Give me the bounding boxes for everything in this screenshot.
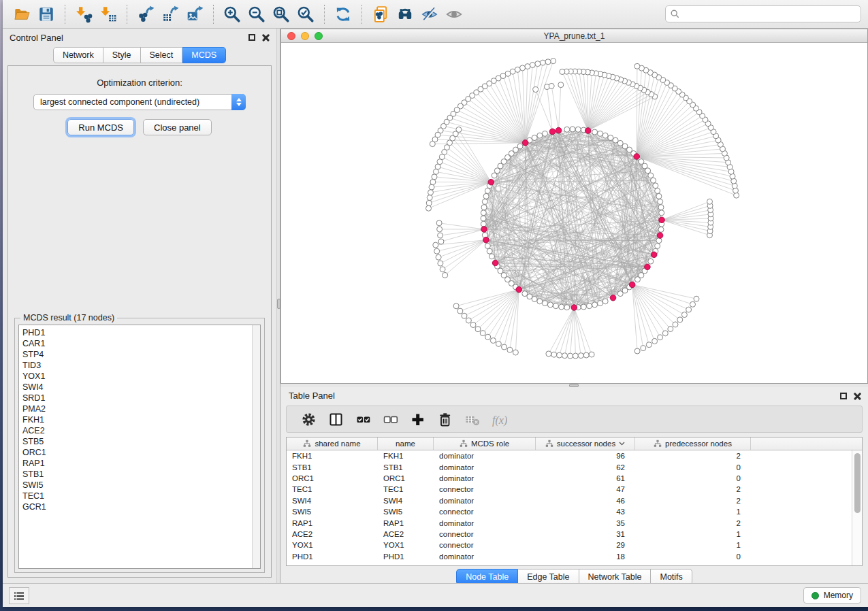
- mcds-result-list[interactable]: PHD1CAR1STP4TID3YOX1SWI4SRD1PMA2FKH1ACE2…: [18, 325, 261, 569]
- hide-selected-button[interactable]: [417, 3, 442, 26]
- table-row-SWI5[interactable]: SWI5SWI5connector431: [287, 506, 862, 517]
- network-from-selection-button[interactable]: [368, 3, 393, 26]
- column-header-name[interactable]: name: [378, 437, 434, 450]
- table-panel: Table Panel f(x) shared namenameMCDS rol…: [280, 387, 868, 583]
- tab-select[interactable]: Select: [141, 47, 183, 63]
- cell-predecessor-nodes: 0: [635, 473, 751, 484]
- column-header-successor-nodes[interactable]: successor nodes: [536, 437, 635, 450]
- cell-predecessor-nodes: 2: [635, 484, 751, 495]
- mcds-result-item[interactable]: PHD1: [22, 327, 251, 338]
- node-table: shared namenameMCDS rolesuccessor nodesp…: [286, 437, 863, 566]
- hide-selected-icon: [421, 5, 438, 23]
- optimization-criterion-label: Optimization criterion:: [8, 78, 271, 88]
- search-input[interactable]: [684, 9, 856, 20]
- save-session-button[interactable]: [34, 3, 59, 26]
- table-row-PHD1[interactable]: PHD1PHD1dominator180: [287, 551, 862, 562]
- table-row-ACE2[interactable]: ACE2ACE2connector311: [287, 529, 862, 540]
- table-scrollbar[interactable]: [852, 450, 862, 565]
- memory-button[interactable]: Memory: [803, 587, 861, 604]
- add-row-button[interactable]: [404, 408, 431, 431]
- zoom-in-icon: [223, 5, 241, 23]
- close-window-icon[interactable]: [287, 32, 295, 40]
- find-network-button[interactable]: [393, 3, 417, 26]
- export-table-button[interactable]: [158, 3, 182, 26]
- mcds-result-item[interactable]: GCR1: [22, 501, 251, 512]
- show-all-button[interactable]: [442, 3, 466, 26]
- minimize-window-icon[interactable]: [301, 32, 309, 40]
- export-image-button[interactable]: [182, 3, 207, 26]
- zoom-out-button[interactable]: [244, 3, 269, 26]
- column-header-MCDS-role[interactable]: MCDS role: [434, 437, 536, 450]
- mcds-result-item[interactable]: ORC1: [22, 447, 251, 458]
- application-window: Control Panel NetworkStyleSelectMCDS Opt…: [3, 0, 868, 607]
- maximize-window-icon[interactable]: [315, 32, 323, 40]
- mcds-result-item[interactable]: RAP1: [22, 458, 251, 469]
- cell-predecessor-nodes: 1: [635, 540, 751, 550]
- close-table-panel-icon[interactable]: [854, 392, 861, 399]
- cell-name: STB1: [378, 461, 434, 472]
- close-panel-icon[interactable]: [262, 33, 270, 41]
- mcds-result-item[interactable]: PMA2: [22, 403, 251, 414]
- refresh-view-button[interactable]: [331, 3, 355, 26]
- zoom-selected-button[interactable]: [293, 3, 318, 26]
- network-window-titlebar[interactable]: YPA_prune.txt_1: [281, 29, 867, 43]
- cell-MCDS-role: connector: [434, 484, 536, 495]
- mcds-result-item[interactable]: ACE2: [22, 425, 251, 436]
- close-panel-button[interactable]: Close panel: [143, 119, 212, 135]
- table-settings-button[interactable]: [295, 408, 322, 431]
- show-all-icon: [445, 5, 463, 23]
- mcds-result-item[interactable]: STB1: [22, 469, 251, 480]
- cell-predecessor-nodes: 0: [635, 461, 751, 472]
- toolbar-separator: [361, 5, 362, 24]
- deselect-all-button[interactable]: [376, 408, 404, 431]
- zoom-fit-button[interactable]: [269, 3, 293, 26]
- table-row-RAP1[interactable]: RAP1RAP1dominator352: [287, 517, 862, 528]
- float-panel-icon[interactable]: [248, 34, 255, 41]
- run-mcds-button[interactable]: Run MCDS: [67, 119, 134, 135]
- mcds-list-scrollbar[interactable]: [252, 325, 260, 568]
- cell-MCDS-role: dominator: [434, 450, 536, 461]
- network-canvas[interactable]: [281, 43, 867, 383]
- column-header-shared-name[interactable]: shared name: [287, 437, 378, 450]
- cell-name: ACE2: [378, 529, 434, 540]
- table-row-YOX1[interactable]: YOX1YOX1connector291: [287, 540, 862, 550]
- float-table-panel-icon[interactable]: [840, 393, 847, 399]
- table-row-ORC1[interactable]: ORC1ORC1dominator610: [287, 473, 862, 484]
- table-scrollbar-thumb[interactable]: [854, 453, 861, 513]
- delete-row-button[interactable]: [431, 408, 458, 431]
- table-row-SWI4[interactable]: SWI4SWI4dominator462: [287, 495, 862, 506]
- cell-MCDS-role: connector: [434, 506, 536, 517]
- sort-descending-icon: [619, 442, 625, 446]
- show-columns-button[interactable]: [322, 408, 349, 431]
- table-row-STB1[interactable]: STB1STB1dominator620: [287, 461, 862, 472]
- import-table-file-button[interactable]: [96, 3, 120, 26]
- column-header-predecessor-nodes[interactable]: predecessor nodes: [635, 437, 751, 450]
- mcds-result-item[interactable]: SWI4: [22, 382, 251, 393]
- search-box[interactable]: [665, 5, 861, 22]
- cell-successor-nodes: 47: [536, 484, 635, 495]
- table-row-TEC1[interactable]: TEC1TEC1connector472: [287, 484, 862, 495]
- select-all-button[interactable]: [349, 408, 376, 431]
- table-row-FKH1[interactable]: FKH1FKH1dominator962: [287, 450, 862, 461]
- network-graph[interactable]: [281, 43, 867, 383]
- mcds-result-item[interactable]: STP4: [22, 349, 251, 360]
- open-session-button[interactable]: [10, 3, 34, 26]
- tab-mcds[interactable]: MCDS: [182, 47, 226, 63]
- export-network-button[interactable]: [133, 3, 158, 26]
- zoom-in-button[interactable]: [220, 3, 244, 26]
- mcds-result-item[interactable]: YOX1: [22, 371, 251, 382]
- mcds-result-item[interactable]: SRD1: [22, 393, 251, 403]
- network-window-title: YPA_prune.txt_1: [544, 31, 605, 41]
- mcds-result-item[interactable]: CAR1: [22, 338, 251, 349]
- tab-network[interactable]: Network: [53, 47, 103, 63]
- mcds-result-item[interactable]: FKH1: [22, 414, 251, 425]
- import-network-file-button[interactable]: [71, 3, 96, 26]
- tab-style[interactable]: Style: [103, 47, 141, 63]
- mcds-result-item[interactable]: TID3: [22, 360, 251, 371]
- refresh-view-icon: [334, 5, 352, 23]
- panel-visibility-button[interactable]: [9, 587, 29, 604]
- mcds-result-item[interactable]: TEC1: [22, 491, 251, 501]
- mcds-result-item[interactable]: STB5: [22, 436, 251, 447]
- criterion-select[interactable]: largest connected component (undirected): [33, 94, 246, 110]
- mcds-result-item[interactable]: SWI5: [22, 480, 251, 491]
